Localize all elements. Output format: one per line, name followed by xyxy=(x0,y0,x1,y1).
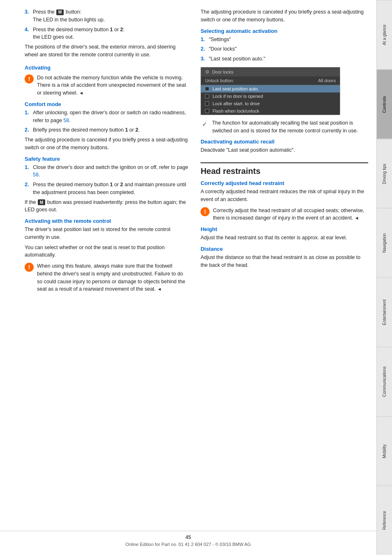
warning-icon-remote: ! xyxy=(25,263,34,272)
select-step-2: 2. "Door locks" xyxy=(201,45,368,53)
step-3: 3. Press the M button: The LED in the bu… xyxy=(25,8,188,24)
warning-icon-activating: ! xyxy=(25,74,34,83)
comfort-mode-heading: Comfort mode xyxy=(25,101,188,107)
note-box: ✓ The function for automatically recalli… xyxy=(201,119,368,135)
select-step-3: 3. "Last seat position auto." xyxy=(201,55,368,63)
remote-warning-box: ! When using this feature, always make s… xyxy=(25,262,188,293)
sidebar-tab-at-a-glance[interactable]: At a glance xyxy=(377,0,392,69)
sidebar-tab-controls[interactable]: Controls xyxy=(377,69,392,139)
correctly-warning-text: Correctly adjust the head restraint of a… xyxy=(213,207,368,222)
step-4-text: Press the desired memory button 1 or 2: … xyxy=(33,26,188,42)
activating-remote-heading: Activating with the remote control xyxy=(25,218,188,224)
safety-feature-heading: Safety feature xyxy=(25,156,188,162)
comfort-link-1[interactable]: 58 xyxy=(63,118,69,123)
checkbox-3 xyxy=(205,109,209,113)
door-locks-header: ⚙ Door locks xyxy=(201,67,340,76)
deactivating-heading: Deactivating automatic recall xyxy=(201,139,368,145)
activating-end-marker: ◄ xyxy=(79,90,83,95)
step-3-num: 3. xyxy=(25,8,30,24)
sidebar: At a glance Controls Driving tips Naviga… xyxy=(376,0,392,555)
comfort-step-1: 1. After unlocking, open the driver's do… xyxy=(25,109,188,125)
correctly-end-marker: ◄ xyxy=(355,215,359,220)
comfort-step-1-num: 1. xyxy=(25,109,30,125)
step-4-num: 4. xyxy=(25,26,30,42)
remote-warning-text: When using this feature, always make sur… xyxy=(37,262,188,293)
note-text: The function for automatically recalling… xyxy=(212,119,368,135)
comfort-step-2-num: 2. xyxy=(25,126,30,134)
door-locks-item-3[interactable]: Flash when lock/unlock xyxy=(201,107,340,115)
step-3-sub: The LED in the button lights up. xyxy=(33,17,105,23)
door-locks-title: Door locks xyxy=(212,69,233,74)
safety-link-1[interactable]: 58 xyxy=(33,172,39,178)
selecting-auto-heading: Selecting automatic activation xyxy=(201,28,368,34)
comfort-step-1-text: After unlocking, open the driver's door … xyxy=(33,109,188,125)
checkbox-0 xyxy=(205,87,209,91)
comfort-step-2: 2. Briefly press the desired memory butt… xyxy=(25,126,188,134)
door-locks-item-0[interactable]: Last seat position auto. xyxy=(201,85,340,92)
safety-step-2: 2. Press the desired memory button 1 or … xyxy=(25,181,188,197)
cancel-text-right: The adjusting procedure is canceled if y… xyxy=(201,8,368,24)
distance-text: Adjust the distance so that the head res… xyxy=(201,254,368,269)
door-locks-item-1[interactable]: Lock if no door is opened xyxy=(201,92,340,100)
door-locks-item-text-3: Flash when lock/unlock xyxy=(212,109,259,113)
select-step-2-text: "Door locks" xyxy=(209,45,368,53)
step-3-text: Press the M button: The LED in the butto… xyxy=(33,8,188,24)
select-step-1-text: "Settings" xyxy=(209,36,368,44)
sidebar-tab-communications[interactable]: Communications xyxy=(377,347,392,416)
height-text: Adjust the head restraint so that its ce… xyxy=(201,234,368,242)
correctly-adjusted-p: A correctly adjusted head restraint redu… xyxy=(201,188,368,204)
sidebar-tab-reference[interactable]: Reference xyxy=(377,486,392,555)
step4-description: The positions of the driver's seat, the … xyxy=(25,43,188,59)
safety-step-1-num: 1. xyxy=(25,164,30,179)
safety-step-1: 1. Close the driver's door and switch th… xyxy=(25,164,188,179)
sidebar-tab-entertainment[interactable]: Entertainment xyxy=(377,278,392,347)
safety-step-2-text: Press the desired memory button 1 or 2 a… xyxy=(33,181,188,197)
page-footer: 45 Online Edition for Part no. 01 41 2 6… xyxy=(0,531,376,547)
activating-warning-text: Do not activate the memory function whil… xyxy=(37,74,188,97)
distance-heading: Distance xyxy=(201,246,368,252)
sidebar-tab-navigation[interactable]: Navigation xyxy=(377,208,392,278)
correctly-warning-box: ! Correctly adjust the head restraint of… xyxy=(201,207,368,222)
m-button-inadvertently-text: If the M button was pressed inadvertentl… xyxy=(25,199,188,214)
head-restraints-heading: Head restraints xyxy=(201,162,368,176)
select-step-2-num: 2. xyxy=(201,45,206,53)
check-icon: ✓ xyxy=(201,120,209,128)
door-locks-dialog: ⚙ Door locks Unlock button: All doors La… xyxy=(201,67,340,115)
activating-warning-box: ! Do not activate the memory function wh… xyxy=(25,74,188,97)
select-step-3-num: 3. xyxy=(201,55,206,63)
select-step-1: 1. "Settings" xyxy=(201,36,368,44)
remote-end-marker: ◄ xyxy=(157,287,162,291)
comfort-step-2-text: Briefly press the desired memory button … xyxy=(33,126,188,134)
sidebar-tab-driving-tips[interactable]: Driving tips xyxy=(377,139,392,208)
checkbox-1 xyxy=(205,94,209,98)
adjusting-cancel-text: The adjusting procedure is canceled if y… xyxy=(25,136,188,152)
activating-remote-p2: You can select whether or not the seat i… xyxy=(25,244,188,259)
select-step-3-text: "Last seat position auto." xyxy=(209,55,368,63)
height-heading: Height xyxy=(201,226,368,232)
door-locks-icon: ⚙ xyxy=(205,69,210,75)
right-column: The adjusting procedure is canceled if y… xyxy=(196,8,368,543)
step-4-sub: the LED goes out. xyxy=(33,34,74,40)
activating-heading: Activating xyxy=(25,65,188,71)
door-locks-item-text-2: Lock after start. to drive xyxy=(212,101,260,106)
correctly-adjusted-heading: Correctly adjusted head restraint xyxy=(201,180,368,186)
m-button-inline: M xyxy=(56,9,64,15)
step-4: 4. Press the desired memory button 1 or … xyxy=(25,26,188,42)
page-number: 45 xyxy=(0,534,376,540)
unlock-value: All doors xyxy=(318,78,336,83)
activating-remote-p1: The driver's seat position last set is s… xyxy=(25,226,188,241)
unlock-label: Unlock button: xyxy=(205,78,234,83)
door-locks-item-2[interactable]: Lock after start. to drive xyxy=(201,100,340,107)
left-column: 3. Press the M button: The LED in the bu… xyxy=(25,8,196,543)
sidebar-tab-mobility[interactable]: Mobility xyxy=(377,416,392,486)
safety-step-2-num: 2. xyxy=(25,181,30,197)
deactivating-text: Deactivate "Last seat position automatic… xyxy=(201,146,368,154)
door-locks-unlock-row: Unlock button: All doors xyxy=(201,76,340,85)
checkbox-2 xyxy=(205,102,209,106)
m-button-inline-2: M xyxy=(38,199,45,205)
safety-step-1-text: Close the driver's door and switch the i… xyxy=(33,164,188,179)
door-locks-item-text-0: Last seat position auto. xyxy=(212,86,259,91)
door-locks-item-text-1: Lock if no door is opened xyxy=(212,94,263,99)
select-step-1-num: 1. xyxy=(201,36,206,44)
warning-icon-correctly: ! xyxy=(201,207,210,216)
